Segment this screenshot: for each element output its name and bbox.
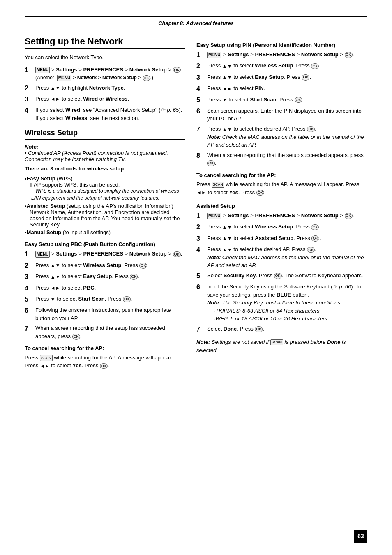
left-column: Setting up the Network You can select th… xyxy=(25,36,185,372)
pin-step-6: 6 Scan screen appears. Enter the PIN dis… xyxy=(196,107,367,123)
menu-icon: MENU xyxy=(35,67,50,73)
arrow-ud-pin3: ▲▼ xyxy=(222,74,232,81)
assisted-step-4: 4 Press ▲▼ to select the desired AP. Pre… xyxy=(196,245,367,269)
ok-icon-as2: OK xyxy=(311,224,319,230)
assisted-step-5: 5 Select Security Key. Press OK. The Sof… xyxy=(196,272,367,281)
ok-icon-as4: OK xyxy=(307,247,315,253)
pbc-steps-list: 1 MENU > Settings > PREFERENCES > Networ… xyxy=(25,250,185,340)
pin-cancel-section: To cancel searching for the AP: Press SC… xyxy=(196,171,367,197)
pbc-cancel-text: Press SCAN while searching for the AP. A… xyxy=(25,354,185,370)
assisted-step-2: 2 Press ▲▼ to select Wireless Setup. Pre… xyxy=(196,223,367,232)
scan-icon-pbc: SCAN xyxy=(40,355,53,361)
pin-step-1: 1 MENU > Settings > PREFERENCES > Networ… xyxy=(196,51,367,60)
pin-steps-list: 1 MENU > Settings > PREFERENCES > Networ… xyxy=(196,51,367,167)
ok-icon-pbc7: OK xyxy=(72,334,80,340)
pin-step-3: 3 Press ▲▼ to select Easy Setup. Press O… xyxy=(196,73,367,82)
pbc-step-1: 1 MENU > Settings > PREFERENCES > Networ… xyxy=(25,250,185,259)
arrow-ud-pbc2: ▲▼ xyxy=(51,262,60,269)
arrow-lr-pin4: ◄► xyxy=(222,85,232,92)
ok-icon-pbc2: OK xyxy=(139,263,147,269)
ok-icon-pin8: OK xyxy=(207,160,215,166)
pbc-cancel-title: To cancel searching for the AP: xyxy=(25,344,185,352)
pbc-cancel-section: To cancel searching for the AP: Press SC… xyxy=(25,344,185,370)
arrow-lr-pbc-cancel: ◄► xyxy=(40,362,50,370)
assisted-step-7: 7 Select Done. Press OK. xyxy=(196,325,367,334)
assisted-section-title: Assisted Setup xyxy=(196,203,367,209)
ok-icon-pin2: OK xyxy=(311,63,319,69)
pin-step-4: 4 Press ◄► to select PIN. xyxy=(196,84,367,93)
ok-icon-pin7: OK xyxy=(307,126,315,132)
pbc-step-3: 3 Press ▲▼ to select Easy Setup. Press O… xyxy=(25,272,185,281)
ok-icon-pbc5: OK xyxy=(123,296,131,302)
pin-step-7: 7 Press ▲▼ to select the desired AP. Pre… xyxy=(196,125,367,149)
ok-icon-as3: OK xyxy=(311,235,319,242)
scan-icon-pin: SCAN xyxy=(212,182,224,188)
method-easy: •Easy Setup (WPS) If AP supports WPS, th… xyxy=(25,175,185,202)
page-number: 63 xyxy=(354,530,367,543)
assisted-step-1: 1 MENU > Settings > PREFERENCES > Networ… xyxy=(196,212,367,221)
intro-text: You can select the Network Type. xyxy=(25,53,185,62)
arrow-ud-as2: ▲▼ xyxy=(222,223,232,231)
assisted-steps-list: 1 MENU > Settings > PREFERENCES > Networ… xyxy=(196,212,367,334)
main-steps-list: 1 MENU > Settings > PREFERENCES > Networ… xyxy=(25,66,185,122)
ok-icon-as1: OK xyxy=(345,213,353,219)
pbc-step-7: 7 When a screen reporting that the setup… xyxy=(25,324,185,340)
assisted-step-6: 6 Input the Security Key using the Softw… xyxy=(196,283,367,323)
menu-icon-pin1: MENU xyxy=(207,52,221,58)
pin-step-2: 2 Press ▲▼ to select Wireless Setup. Pre… xyxy=(196,62,367,71)
wireless-methods: •Easy Setup (WPS) If AP supports WPS, th… xyxy=(25,175,185,236)
arrow-ud-pbc3: ▲▼ xyxy=(51,273,60,281)
step-2: 2 Press ▲▼ to highlight Network Type. xyxy=(25,84,185,93)
arrow-ud-pin7: ▲▼ xyxy=(222,126,232,133)
step-1: 1 MENU > Settings > PREFERENCES > Networ… xyxy=(25,66,185,82)
pbc-step-5: 5 Press ▼ to select Start Scan. Press OK… xyxy=(25,295,185,304)
chapter-title: Chapter 8: Advanced features xyxy=(158,20,234,26)
arrow-ud-as3: ▲▼ xyxy=(222,235,232,242)
chapter-header: Chapter 8: Advanced features xyxy=(25,16,367,26)
pin-step-5: 5 Press ▼ to select Start Scan. Press OK… xyxy=(196,96,367,105)
menu-icon-pbc1: MENU xyxy=(35,251,50,258)
arrow-d-pin5: ▼ xyxy=(222,96,227,104)
assisted-step-3: 3 Press ▲▼ to select Assisted Setup. Pre… xyxy=(196,234,367,243)
step-3: 3 Press ◄► to select Wired or Wireless. xyxy=(25,95,185,104)
ok-icon-pbc1: OK xyxy=(173,251,181,258)
arrow-left-right-icon: ◄► xyxy=(51,95,60,103)
ok-icon-pin-cancel: OK xyxy=(256,190,264,196)
ok-icon: OK xyxy=(173,67,181,73)
arrow-ud-as4: ▲▼ xyxy=(222,246,232,253)
arrow-up-down-icon: ▲▼ xyxy=(51,84,60,92)
ok-icon-pbc3: OK xyxy=(130,274,138,280)
step-4: 4 If you select Wired, see "Advanced Net… xyxy=(25,106,185,122)
pin-cancel-text: Press SCAN while searching for the AP. A… xyxy=(196,180,367,196)
method-manual: •Manual Setup (to input all settings) xyxy=(25,229,185,235)
ok-icon-pbc-cancel: OK xyxy=(100,363,108,369)
two-column-layout: Setting up the Network You can select th… xyxy=(25,36,367,372)
scan-icon-as: SCAN xyxy=(270,339,283,345)
ok-icon-pin1: OK xyxy=(345,52,353,58)
ok-icon-as7: OK xyxy=(255,326,263,332)
arrow-lr-pin-cancel: ◄► xyxy=(196,189,206,196)
ok-icon-pin3: OK xyxy=(302,74,309,81)
pbc-step-4: 4 Press ◄► to select PBC. xyxy=(25,284,185,293)
pin-step-8: 8 When a screen reporting that the setup… xyxy=(196,151,367,167)
pin-cancel-title: To cancel searching for the AP: xyxy=(196,171,367,180)
method-assisted: •Assisted Setup (setup using the AP's no… xyxy=(25,203,185,228)
pbc-step-2: 2 Press ▲▼ to select Wireless Setup. Pre… xyxy=(25,261,185,270)
menu-icon-as1: MENU xyxy=(207,213,221,219)
ok-icon-as5: OK xyxy=(274,273,282,279)
pin-section-title: Easy Setup using PIN (Personal Identific… xyxy=(196,42,367,48)
page: Chapter 8: Advanced features Setting up … xyxy=(0,0,392,555)
arrow-ud-pin2: ▲▼ xyxy=(222,62,232,70)
arrow-lr-pbc4: ◄► xyxy=(51,284,60,292)
right-column: Easy Setup using PIN (Personal Identific… xyxy=(196,36,367,372)
ok-icon-alt: OK xyxy=(143,75,150,81)
arrow-d-pbc5: ▼ xyxy=(51,296,55,303)
methods-intro: There are 3 methods for wireless setup: xyxy=(25,165,185,173)
ok-icon-pin5: OK xyxy=(295,97,302,103)
assisted-final-note: Note: Settings are not saved if SCAN is … xyxy=(196,338,367,354)
pbc-step-6: 6 Following the onscreen instructions, p… xyxy=(25,306,185,322)
wireless-note: Note: • Continued AP (Access Point) conn… xyxy=(25,144,185,162)
pbc-section-title: Easy Setup using PBC (Push Button Config… xyxy=(25,241,185,247)
menu-icon-alt: MENU xyxy=(57,75,71,81)
main-section-title: Setting up the Network xyxy=(25,36,185,49)
